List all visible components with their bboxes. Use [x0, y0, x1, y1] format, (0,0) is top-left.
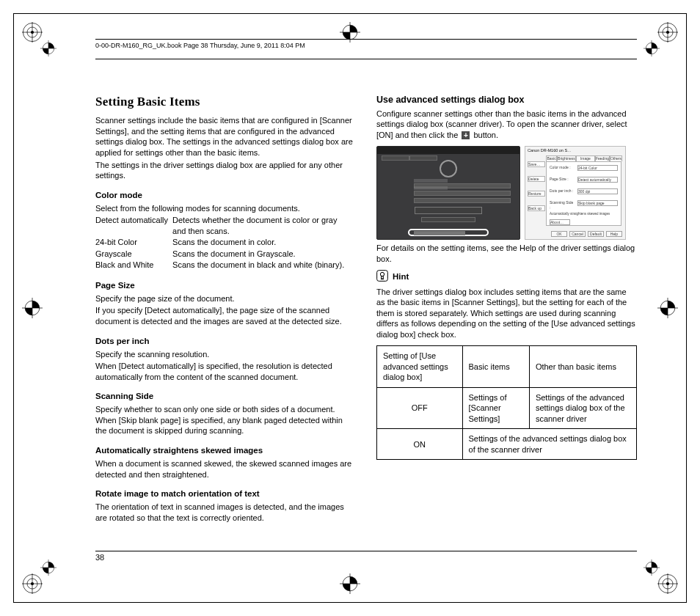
hint-icon	[376, 270, 388, 285]
dropdown: Skip blank page	[577, 200, 618, 206]
def-term: Detect automatically	[95, 215, 172, 237]
table-cell: OFF	[377, 387, 463, 429]
registration-mark-icon	[644, 560, 660, 576]
svg-point-4	[31, 31, 34, 34]
registration-mark-icon	[22, 298, 43, 318]
tab: Brightness	[557, 155, 576, 161]
tab: Feeding	[595, 155, 610, 161]
ok-button: OK	[551, 231, 567, 237]
tab: Image processing	[576, 155, 595, 161]
body-text: Specify whether to scan only one side or…	[95, 404, 356, 436]
field-label: Dots per inch :	[550, 188, 575, 194]
tab: Basic	[546, 155, 557, 161]
crop-mark	[13, 13, 687, 14]
table-cell: Settings of the advanced settings dialog…	[529, 387, 636, 429]
settings-table: Setting of [Use advanced settings dialog…	[376, 345, 637, 460]
body-text: Select from the following modes for scan…	[95, 203, 356, 214]
heading-advanced: Use advanced settings dialog box	[376, 94, 637, 106]
body-text: Configure scanner settings other than th…	[376, 109, 637, 141]
footer-rule	[95, 551, 637, 551]
sidebar-button: Save…	[528, 161, 545, 167]
def-term: 24-bit Color	[95, 237, 172, 249]
output-settings-pill	[415, 207, 482, 214]
hint-label: Hint	[393, 271, 409, 282]
intro-text: Scanner settings include the basic items…	[95, 115, 356, 158]
checkbox-label: Automatically straightens skewed images	[550, 212, 618, 216]
registration-mark-icon	[657, 298, 678, 318]
heading-scanning-side: Scanning Side	[95, 391, 356, 402]
def-term: Black and White	[95, 260, 172, 271]
document-page: 0-00-DR-M160_RG_UK.book Page 38 Thursday…	[0, 0, 700, 616]
dropdown: 300 dpi	[577, 188, 618, 194]
def-desc: Scans the document in Grayscale.	[172, 249, 356, 260]
svg-point-45	[380, 272, 384, 276]
body-text-fragment: Configure scanner settings other than th…	[376, 109, 627, 139]
body-text-fragment: button.	[471, 131, 498, 139]
dialog-titlebar: Canon DR-M160 on S…	[528, 148, 623, 153]
registration-mark-icon	[644, 40, 660, 56]
tab: Others	[610, 155, 622, 161]
crop-mark	[13, 602, 687, 603]
page-header: 0-00-DR-M160_RG_UK.book Page 38 Thursday…	[95, 42, 637, 51]
intro-text: The settings in the driver settings dial…	[95, 160, 356, 181]
heading-color-mode: Color mode	[95, 190, 356, 201]
registration-mark-icon	[22, 22, 43, 43]
sidebar-button: Restore	[528, 191, 545, 197]
body-text: Specify the scanning resolution.	[95, 349, 356, 360]
field-label: Page Size :	[550, 177, 575, 182]
screenshot-row: Canon DR-M160 on S… Save… Delete Restore…	[376, 146, 637, 240]
sidebar-button: Delete	[528, 176, 545, 182]
def-term: Grayscale	[95, 249, 172, 260]
help-button: Help	[606, 231, 622, 237]
hint-body: The driver settings dialog box includes …	[376, 287, 637, 340]
registration-mark-icon	[40, 40, 56, 56]
body-text: When a document is scanned skewed, the s…	[95, 458, 356, 480]
table-cell: Settings of the advanced settings dialog…	[462, 429, 636, 460]
body-text: If you specify [Detect automatically], t…	[95, 305, 356, 326]
svg-rect-46	[382, 276, 384, 279]
svg-point-9	[666, 31, 669, 34]
header-text: 0-00-DR-M160_RG_UK.book Page 38 Thursday…	[95, 42, 305, 49]
sidebar-button: Back up	[528, 205, 545, 211]
page-title: Setting Basic Items	[95, 94, 356, 110]
default-button: Default	[588, 231, 604, 237]
registration-mark-icon	[657, 22, 678, 43]
heading-rotate: Rotate image to match orientation of tex…	[95, 488, 356, 499]
body-text: For details on the setting items, see th…	[376, 243, 637, 264]
crop-mark	[686, 13, 687, 603]
dialog-buttons: OK Cancel Default Help	[551, 231, 622, 237]
registration-mark-icon	[657, 573, 678, 594]
def-desc: Scans the document in color.	[172, 237, 356, 249]
dropdown: 24-bit Color	[577, 165, 618, 171]
cancel-button: Cancel	[569, 231, 586, 237]
body-text: Specify the page size of the document.	[95, 293, 356, 304]
dialog-sidebar: Save… Delete Restore Back up	[528, 161, 545, 226]
plus-icon: +	[462, 131, 470, 139]
screenshot-captureontouch	[376, 146, 520, 240]
table-cell: ON	[377, 429, 463, 460]
table-header: Other than basic items	[529, 346, 636, 388]
table-cell: Settings of [Scanner Settings]	[462, 387, 529, 429]
left-column: Setting Basic Items Scanner settings inc…	[95, 94, 356, 550]
heading-dpi: Dots per inch	[95, 336, 356, 347]
registration-mark-icon	[340, 573, 360, 594]
svg-point-19	[666, 582, 669, 585]
field-label: Scanning Side :	[550, 200, 575, 210]
dropdown: Detect automatically	[577, 177, 618, 183]
advanced-settings-highlight	[408, 229, 489, 236]
def-desc: Scans the document in black and white (b…	[172, 260, 356, 271]
crop-mark	[13, 13, 14, 603]
color-mode-table: Detect automaticallyDetects whether the …	[95, 215, 356, 271]
heading-skew: Automatically straightens skewed images	[95, 445, 356, 456]
field-label: Color mode :	[550, 165, 575, 170]
table-header: Basic items	[462, 346, 529, 388]
svg-point-14	[31, 582, 34, 585]
about-button: About…	[550, 219, 570, 225]
def-desc: Detects whether the document is color or…	[172, 215, 356, 237]
heading-page-size: Page Size	[95, 280, 356, 291]
right-column: Use advanced settings dialog box Configu…	[376, 94, 637, 550]
table-header: Setting of [Use advanced settings dialog…	[377, 346, 463, 388]
dialog-tabs: Basic Brightness Image processing Feedin…	[546, 155, 622, 161]
body-text: The orientation of text in scanned image…	[95, 502, 356, 523]
registration-mark-icon	[40, 560, 56, 576]
